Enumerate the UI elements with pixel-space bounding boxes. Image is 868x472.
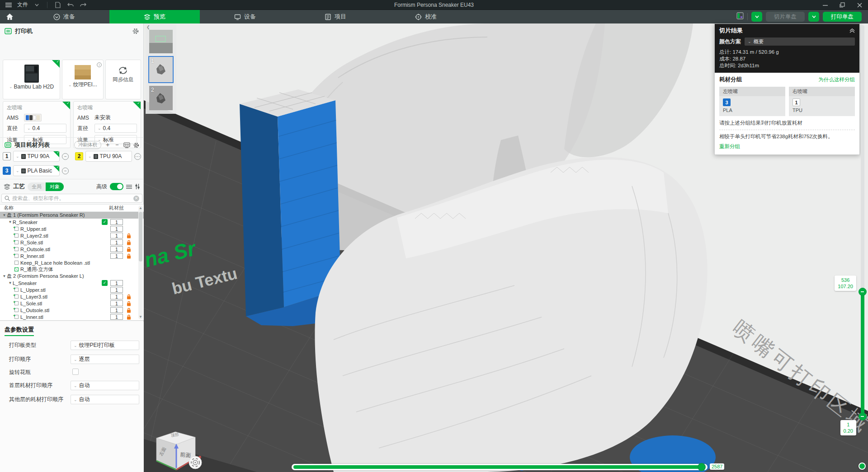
tree-item-checkbox[interactable]: ✓	[102, 280, 108, 286]
undo-icon[interactable]	[66, 1, 75, 9]
redo-icon[interactable]	[79, 1, 87, 9]
process-object-tab[interactable]: 对象	[46, 182, 64, 191]
file-menu[interactable]: 文件	[17, 1, 28, 9]
tab-calibration[interactable]: 校准	[381, 10, 471, 23]
filament-2-select[interactable]: ⌄ TPU 90A	[85, 151, 132, 162]
tree-row[interactable]: ▼盘 1 (Formism Persona Sneaker R)	[0, 212, 144, 219]
tree-row[interactable]: +R_Layer2.stl1	[0, 232, 144, 239]
collapse-panel-icon[interactable]	[849, 28, 855, 33]
slider-end-button[interactable]	[859, 463, 866, 470]
file-menu-chevron-icon[interactable]	[33, 1, 41, 9]
print-dropdown-button[interactable]	[808, 12, 819, 22]
ams-slots[interactable]	[24, 114, 42, 122]
new-file-icon[interactable]	[54, 1, 62, 9]
why-grouping-link[interactable]: 为什么这样分组	[819, 76, 855, 83]
tab-device[interactable]: 设备	[200, 10, 290, 23]
tree-filament-value[interactable]: 1	[110, 253, 123, 259]
search-clear-icon[interactable]: ✕	[133, 196, 139, 201]
thumbnail-plate-2[interactable]: 2	[149, 86, 173, 110]
tree-filament-value[interactable]: 1	[110, 226, 123, 232]
tab-prepare[interactable]: 准备	[19, 10, 109, 23]
tree-row[interactable]: +L_Inner.stl1	[0, 313, 144, 320]
remove-filament-button[interactable]: －	[114, 141, 120, 149]
tree-row[interactable]: +R_Inner.stl1	[0, 252, 144, 259]
left-diameter-select[interactable]: ⌄0.4	[24, 124, 66, 133]
filament-3-remove-button[interactable]: －	[62, 168, 69, 174]
print-plate-button[interactable]: 打印单盘	[823, 12, 862, 22]
tree-filament-value[interactable]: 1	[110, 239, 123, 245]
printer-select-card[interactable]: ⌄Bambu Lab H2D	[3, 60, 60, 99]
slice-plate-button[interactable]: 切片单盘	[766, 12, 805, 22]
sync-info-button[interactable]: 同步信息	[105, 60, 141, 99]
tree-row[interactable]: +L_Outsole.stl1	[0, 307, 144, 313]
filament-settings-gear-icon[interactable]	[133, 142, 139, 148]
tree-filament-value[interactable]: 1	[110, 287, 123, 293]
setting-checkbox[interactable]	[72, 369, 79, 375]
flush-volume-button[interactable]: 冲刷体积	[74, 141, 101, 149]
tree-row[interactable]: +R_Upper.stl1	[0, 225, 144, 232]
tree-filament-value[interactable]: 1	[110, 294, 123, 299]
setting-select[interactable]: ⌄逐层	[71, 355, 139, 364]
minimize-button[interactable]	[821, 1, 829, 9]
layer-slider-bottom-handle[interactable]	[859, 412, 867, 421]
tree-row[interactable]: ▼盘 2 (Formism Persona Sneaker L)	[0, 273, 144, 280]
param-list-icon[interactable]	[126, 184, 132, 189]
layer-slider-top-handle[interactable]	[859, 288, 867, 296]
color-scheme-select[interactable]: ⌄概要	[745, 37, 855, 46]
tree-row[interactable]: +L_Sole.stl1	[0, 300, 144, 307]
search-input[interactable]	[12, 196, 131, 201]
regroup-link[interactable]: 重新分组	[719, 144, 740, 149]
filament-2-remove-button[interactable]: ⋯	[134, 153, 141, 160]
home-button[interactable]	[0, 10, 19, 23]
thumbs-collapse-icon[interactable]: ❮	[146, 25, 150, 29]
right-diameter-select[interactable]: ⌄0.4	[94, 124, 137, 133]
thumbnail-plate-1[interactable]: 1	[149, 57, 173, 82]
tab-project[interactable]: 项目	[290, 10, 381, 23]
tree-filament-value[interactable]: 1	[110, 314, 123, 320]
tree-expand-icon[interactable]: ▼	[8, 220, 13, 224]
add-filament-button[interactable]: ＋	[104, 141, 111, 149]
tree-filament-value[interactable]: 1	[110, 246, 123, 252]
tree-row[interactable]: +R_Outsole.stl1	[0, 246, 144, 252]
ams-sync-icon[interactable]	[123, 142, 130, 148]
thumbnail-all-plates[interactable]	[149, 30, 173, 53]
tree-expand-icon[interactable]: ▼	[8, 281, 13, 285]
tree-expand-icon[interactable]: ▼	[2, 274, 7, 278]
view-orbit-button[interactable]	[189, 456, 202, 469]
tree-item-checkbox[interactable]: ✓	[102, 219, 108, 225]
plate-layout-icon[interactable]	[736, 12, 744, 21]
advanced-toggle[interactable]	[110, 183, 123, 190]
tree-row[interactable]: +L_Upper.stl1	[0, 286, 144, 293]
maximize-button[interactable]	[838, 1, 846, 9]
tune-icon[interactable]	[135, 184, 140, 189]
tree-filament-value[interactable]: 1	[110, 233, 123, 238]
tree-expand-icon[interactable]: ▼	[2, 213, 7, 217]
filament-1-select[interactable]: ⌄ TPU 90A	[13, 151, 60, 162]
filament-1-remove-button[interactable]: －	[62, 153, 69, 160]
tree-row[interactable]: R_通用-立方体	[0, 266, 144, 273]
tree-row[interactable]: ▼R_Sneaker✓1	[0, 219, 144, 225]
setting-select[interactable]: ⌄自动	[71, 381, 139, 390]
tree-filament-value[interactable]: 1	[110, 300, 123, 306]
close-button[interactable]	[855, 1, 863, 9]
plate-select-card[interactable]: i ⌄纹理PEI...	[62, 60, 103, 99]
tree-row[interactable]: ▼L_Sneaker✓1	[0, 280, 144, 286]
tree-row[interactable]: Keep_R_Lace hole Boolean .stl	[0, 259, 144, 266]
tree-filament-value[interactable]: 1	[110, 307, 123, 313]
plate-settings-title[interactable]: 盘参数设置	[5, 326, 34, 336]
step-slider[interactable]: 2587	[292, 464, 708, 470]
tree-row[interactable]: +R_Sole.stl1	[0, 239, 144, 246]
plate-info-icon[interactable]: i	[97, 62, 102, 67]
step-slider-handle[interactable]	[698, 463, 706, 471]
filament-3-select[interactable]: ⌄ PLA Basic	[13, 165, 60, 176]
tree-filament-value[interactable]: 1	[110, 219, 123, 225]
tree-row[interactable]: +L_Layer3.stl1	[0, 293, 144, 300]
tab-preview[interactable]: 预览	[109, 10, 200, 23]
hamburger-menu-icon[interactable]	[5, 1, 13, 9]
tree-filament-value[interactable]: 1	[110, 280, 123, 286]
setting-select[interactable]: ⌄自动	[71, 395, 139, 404]
setting-select[interactable]: ⌄纹理PEI打印板	[71, 341, 139, 350]
tree-scrollbar[interactable]: ▲ ▼	[138, 206, 143, 319]
slice-dropdown-button[interactable]	[751, 12, 762, 22]
printer-settings-gear-icon[interactable]	[132, 28, 139, 34]
